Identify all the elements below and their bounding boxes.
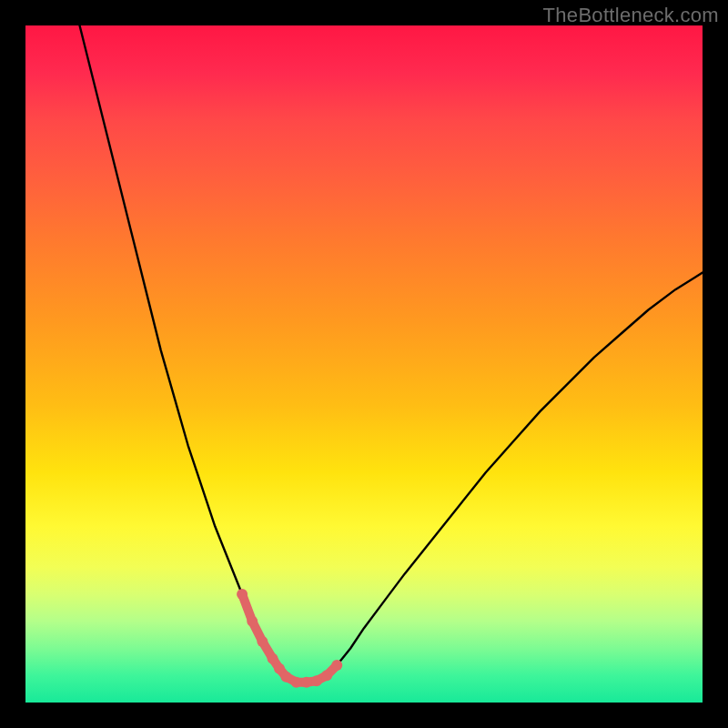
highlight-marker [301,677,312,688]
highlight-marker [237,589,248,600]
highlight-segment [237,589,342,688]
black-curve [80,25,703,682]
highlight-marker [331,660,342,671]
highlight-marker [257,636,268,647]
plot-area [25,25,703,703]
highlight-marker [247,616,258,627]
chart-frame: TheBottleneck.com [0,0,728,728]
watermark-text: TheBottleneck.com [543,4,719,27]
highlight-marker [311,675,322,686]
highlight-marker [291,677,302,688]
chart-svg [25,25,703,703]
highlight-marker [268,653,278,664]
highlight-marker [321,670,332,681]
highlight-marker [280,672,291,682]
